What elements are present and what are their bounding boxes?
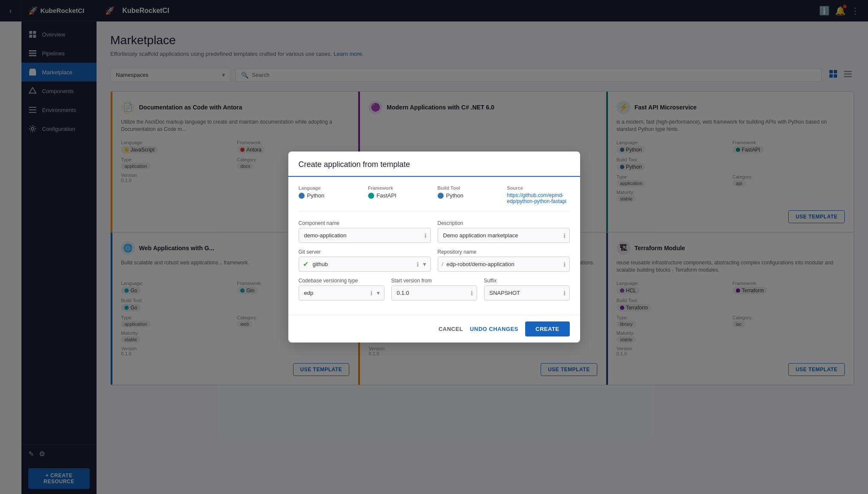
repository-name-group: Repository name / ℹ bbox=[438, 249, 570, 272]
template-source-label: Source bbox=[507, 185, 570, 191]
suffix-input[interactable] bbox=[484, 285, 570, 300]
repository-name-label: Repository name bbox=[438, 249, 570, 255]
start-version-label: Start version from bbox=[391, 278, 477, 284]
git-server-info-icon[interactable]: ℹ bbox=[417, 261, 419, 268]
python-build-dot bbox=[438, 193, 444, 199]
template-build-label: Build Tool bbox=[438, 185, 500, 191]
start-version-input[interactable] bbox=[391, 285, 477, 300]
component-name-label: Component name bbox=[299, 220, 431, 226]
cancel-button[interactable]: CANCEL bbox=[439, 326, 463, 332]
repository-name-info-icon[interactable]: ℹ bbox=[563, 261, 566, 268]
template-language-value: Python bbox=[299, 192, 361, 199]
template-source-link[interactable]: https://github.com/epmd-edp/python-pytho… bbox=[507, 192, 570, 204]
git-server-chevron-icon: ▼ bbox=[422, 261, 427, 267]
suffix-group: Suffix ℹ bbox=[484, 278, 570, 300]
modal-header: Create application from template bbox=[288, 152, 580, 177]
component-name-group: Component name ℹ bbox=[299, 220, 431, 243]
codebase-versioning-group: Codebase versioning type ℹ ▼ bbox=[299, 278, 384, 300]
template-source-item: Source https://github.com/epmd-edp/pytho… bbox=[507, 185, 570, 204]
description-group: Description ℹ bbox=[438, 220, 570, 243]
form-row-1: Component name ℹ Description ℹ bbox=[299, 220, 570, 243]
create-application-modal: Create application from template Languag… bbox=[288, 152, 580, 342]
undo-changes-button[interactable]: UNDO CHANGES bbox=[470, 326, 518, 332]
modal-body: Language Python Framework FastAPI Build … bbox=[288, 177, 580, 315]
repository-name-wrapper: / ℹ bbox=[438, 257, 570, 272]
form-row-2: Git server ✔ ℹ ▼ Repository name / ℹ bbox=[299, 249, 570, 272]
repository-name-input[interactable] bbox=[438, 257, 570, 272]
component-name-input[interactable] bbox=[299, 228, 431, 243]
description-input[interactable] bbox=[438, 228, 570, 243]
git-server-label: Git server bbox=[299, 249, 431, 255]
git-server-wrapper: ✔ ℹ ▼ bbox=[299, 257, 431, 272]
template-framework-value: FastAPI bbox=[368, 192, 431, 199]
modal-footer: CANCEL UNDO CHANGES CREATE bbox=[288, 315, 580, 342]
codebase-versioning-info-icon[interactable]: ℹ bbox=[370, 290, 372, 297]
template-info: Language Python Framework FastAPI Build … bbox=[299, 185, 570, 212]
codebase-versioning-wrapper: ℹ ▼ bbox=[299, 285, 384, 300]
description-label: Description bbox=[438, 220, 570, 226]
modal-overlay: Create application from template Languag… bbox=[0, 0, 868, 494]
component-name-info-icon[interactable]: ℹ bbox=[424, 232, 426, 239]
form-row-3: Codebase versioning type ℹ ▼ Start versi… bbox=[299, 278, 570, 300]
component-name-wrapper: ℹ bbox=[299, 228, 431, 243]
template-build-item: Build Tool Python bbox=[438, 185, 500, 204]
description-wrapper: ℹ bbox=[438, 228, 570, 243]
start-version-wrapper: ℹ bbox=[391, 285, 477, 300]
template-build-value: Python bbox=[438, 192, 500, 199]
codebase-versioning-label: Codebase versioning type bbox=[299, 278, 384, 284]
start-version-group: Start version from ℹ bbox=[391, 278, 477, 300]
git-check-icon: ✔ bbox=[303, 260, 308, 268]
suffix-info-icon[interactable]: ℹ bbox=[563, 290, 566, 297]
suffix-label: Suffix bbox=[484, 278, 570, 284]
codebase-versioning-chevron-icon: ▼ bbox=[376, 290, 381, 296]
suffix-wrapper: ℹ bbox=[484, 285, 570, 300]
modal-title: Create application from template bbox=[299, 160, 410, 169]
fastapi-framework-dot bbox=[368, 193, 374, 199]
template-framework-label: Framework bbox=[368, 185, 431, 191]
start-version-info-icon[interactable]: ℹ bbox=[471, 290, 473, 297]
git-server-group: Git server ✔ ℹ ▼ bbox=[299, 249, 431, 272]
python-lang-dot bbox=[299, 193, 305, 199]
git-server-input[interactable] bbox=[299, 257, 431, 272]
description-info-icon[interactable]: ℹ bbox=[563, 232, 566, 239]
template-language-label: Language bbox=[299, 185, 361, 191]
repository-prefix: / bbox=[442, 261, 444, 267]
create-button[interactable]: CREATE bbox=[525, 321, 569, 336]
template-source-value: https://github.com/epmd-edp/python-pytho… bbox=[507, 192, 570, 204]
template-framework-item: Framework FastAPI bbox=[368, 185, 431, 204]
template-language-item: Language Python bbox=[299, 185, 361, 204]
